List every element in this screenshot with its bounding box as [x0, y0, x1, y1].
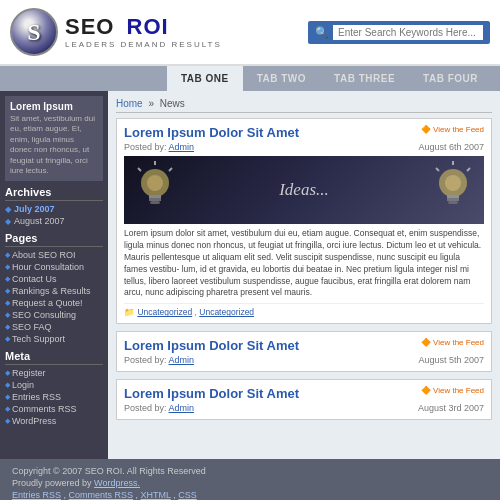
svg-rect-1: [149, 195, 161, 198]
post-card-1: Lorem Ipsum Dolor Sit Amet 🔶 View the Fe…: [116, 118, 492, 324]
post-2-author[interactable]: Admin: [169, 355, 195, 365]
svg-rect-10: [447, 198, 459, 201]
page-about[interactable]: ◆About SEO ROI: [5, 249, 103, 261]
page-tech[interactable]: ◆Tech Support: [5, 333, 103, 345]
logo-roi: ROI: [127, 14, 169, 39]
meta-comments-rss[interactable]: ◆Comments RSS: [5, 403, 103, 415]
tab-four[interactable]: TAB FouR: [409, 66, 492, 91]
bullet-icon-aug: ◆: [5, 217, 11, 226]
tab-three[interactable]: Tab Three: [320, 66, 409, 91]
post-1-body: Lorem ipsum dolor sit amet, vestibulum d…: [124, 228, 484, 299]
footer-rights: All Rights Reserved: [127, 466, 206, 476]
page-quote[interactable]: ◆Request a Quote!: [5, 297, 103, 309]
post-1-title[interactable]: Lorem Ipsum Dolor Sit Amet: [124, 125, 299, 140]
archive-august-label: August 2007: [14, 216, 65, 226]
sidebar-promo: Lorem Ipsum Sit amet, vestibulum dui eu,…: [5, 96, 103, 181]
post-3-meta: Posted by: Admin August 3rd 2007: [124, 403, 484, 413]
breadcrumb-separator: »: [148, 98, 154, 109]
post-card-2: Lorem Ipsum Dolor Sit Amet 🔶 View the Fe…: [116, 331, 492, 372]
post-1-categories: 📁 Uncategorized , Uncategorized: [124, 303, 484, 317]
logo-area: S SEO ROI Leaders Demand Results: [10, 8, 222, 56]
page-seo-consulting[interactable]: ◆SEO Consulting: [5, 309, 103, 321]
footer-links: Entries RSS , Comments RSS , XHTML , CSS: [12, 490, 488, 500]
meta-login[interactable]: ◆Login: [5, 379, 103, 391]
footer-powered: Proudly powered by Wordpress.: [12, 478, 488, 488]
search-input[interactable]: [333, 25, 483, 40]
archives-title: Archives: [5, 186, 103, 201]
post-3-author[interactable]: Admin: [169, 403, 195, 413]
logo-seo: SEO: [65, 14, 114, 39]
footer: Copyright © 2007 SEO ROI. All Rights Res…: [0, 459, 500, 500]
svg-line-5: [138, 168, 141, 171]
breadcrumb: Home » News: [116, 98, 492, 113]
post-3-feed[interactable]: 🔶 View the Feed: [421, 386, 484, 395]
page-contact[interactable]: ◆Contact Us: [5, 273, 103, 285]
footer-entries-rss[interactable]: Entries RSS: [12, 490, 61, 500]
post-2-meta: Posted by: Admin August 5th 2007: [124, 355, 484, 365]
meta-wordpress[interactable]: ◆WordPress: [5, 415, 103, 427]
archive-august[interactable]: ◆ August 2007: [5, 215, 103, 227]
post-1-feed[interactable]: 🔶 View the Feed: [421, 125, 484, 134]
search-area[interactable]: 🔍: [308, 21, 490, 44]
footer-copyright: Copyright © 2007 SEO ROI. All Rights Res…: [12, 466, 488, 476]
tab-one[interactable]: TAB ONE: [167, 66, 243, 91]
svg-rect-2: [149, 198, 161, 201]
logo-s-letter: S: [27, 19, 40, 46]
post-1-author[interactable]: Admin: [169, 142, 195, 152]
svg-line-13: [436, 168, 439, 171]
logo-title: SEO ROI: [65, 15, 222, 39]
tab-two[interactable]: TAB TWO: [243, 66, 320, 91]
bulb-left-icon: [136, 161, 174, 219]
page-seo-faq[interactable]: ◆SEO FAQ: [5, 321, 103, 333]
breadcrumb-home[interactable]: Home: [116, 98, 143, 109]
promo-body: Sit amet, vestibulum dui eu, etiam augue…: [10, 114, 98, 176]
svg-point-15: [445, 175, 461, 191]
meta-entries-rss[interactable]: ◆Entries RSS: [5, 391, 103, 403]
category-2[interactable]: Uncategorized: [199, 307, 254, 317]
page-rankings[interactable]: ◆Rankings & Results: [5, 285, 103, 297]
category-1[interactable]: Uncategorized: [137, 307, 192, 317]
logo-circle: S: [10, 8, 58, 56]
sidebar: Lorem Ipsum Sit amet, vestibulum dui eu,…: [0, 91, 108, 459]
post-3-header: Lorem Ipsum Dolor Sit Amet 🔶 View the Fe…: [124, 386, 484, 401]
bulb-right-icon: [434, 161, 472, 219]
post-1-meta: Posted by: Admin August 6th 2007: [124, 142, 484, 152]
svg-line-6: [169, 168, 172, 171]
footer-comments-rss[interactable]: Comments RSS: [69, 490, 134, 500]
search-icon: 🔍: [315, 26, 329, 39]
content-area: Home » News Lorem Ipsum Dolor Sit Amet 🔶…: [108, 91, 500, 459]
ideas-banner: Ideas...: [124, 156, 484, 224]
post-2-feed[interactable]: 🔶 View the Feed: [421, 338, 484, 347]
footer-wordpress-link[interactable]: Wordpress.: [94, 478, 140, 488]
post-2-header: Lorem Ipsum Dolor Sit Amet 🔶 View the Fe…: [124, 338, 484, 353]
promo-title: Lorem Ipsum: [10, 101, 98, 112]
logo-tagline: Leaders Demand Results: [65, 40, 222, 49]
post-2-title[interactable]: Lorem Ipsum Dolor Sit Amet: [124, 338, 299, 353]
post-2-date: August 5th 2007: [418, 355, 484, 365]
bullet-icon: ◆: [5, 205, 11, 214]
nav-tabs: TAB ONE TAB TWO Tab Three TAB FouR: [0, 66, 500, 91]
post-1-header: Lorem Ipsum Dolor Sit Amet 🔶 View the Fe…: [124, 125, 484, 140]
footer-xhtml[interactable]: XHTML: [141, 490, 171, 500]
footer-css[interactable]: CSS: [178, 490, 197, 500]
post-3-date: August 3rd 2007: [418, 403, 484, 413]
archive-july[interactable]: ◆ July 2007: [5, 203, 103, 215]
main-wrap: Lorem Ipsum Sit amet, vestibulum dui eu,…: [0, 91, 500, 459]
meta-register[interactable]: ◆Register: [5, 367, 103, 379]
svg-line-14: [467, 168, 470, 171]
page-hour[interactable]: ◆Hour Consultation: [5, 261, 103, 273]
svg-point-7: [147, 175, 163, 191]
post-card-3: Lorem Ipsum Dolor Sit Amet 🔶 View the Fe…: [116, 379, 492, 420]
header: S SEO ROI Leaders Demand Results 🔍: [0, 0, 500, 66]
post-1-date: August 6th 2007: [418, 142, 484, 152]
svg-rect-11: [448, 201, 458, 204]
ideas-text: Ideas...: [279, 180, 329, 200]
archive-july-label: July 2007: [14, 204, 55, 214]
svg-rect-3: [150, 201, 160, 204]
svg-rect-9: [447, 195, 459, 198]
logo-text-group: SEO ROI Leaders Demand Results: [65, 15, 222, 48]
post-3-title[interactable]: Lorem Ipsum Dolor Sit Amet: [124, 386, 299, 401]
meta-title: Meta: [5, 350, 103, 365]
pages-title: Pages: [5, 232, 103, 247]
breadcrumb-current: News: [160, 98, 185, 109]
